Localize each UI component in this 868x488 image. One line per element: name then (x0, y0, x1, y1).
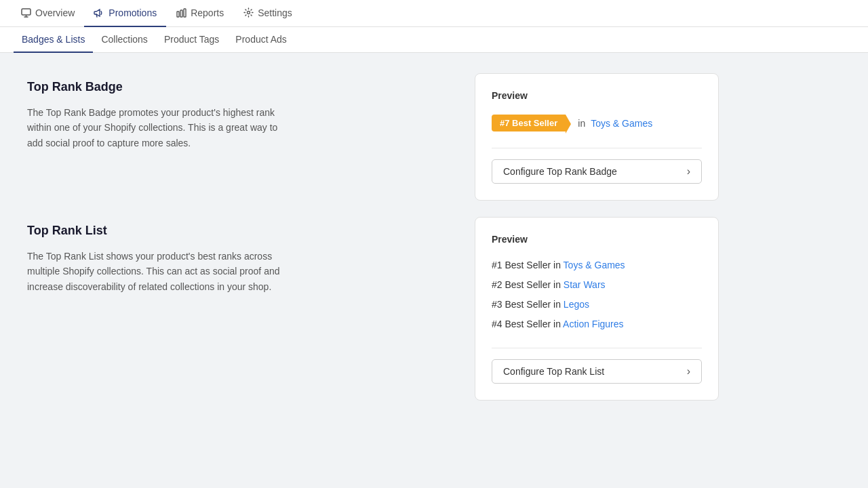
badge-section-row: Top Rank Badge The Top Rank Badge promot… (27, 73, 719, 201)
list-item: #4 Best Seller in Action Figures (492, 317, 702, 331)
list-link-3[interactable]: Legos (564, 299, 589, 310)
list-text: The Top Rank List shows your product's b… (27, 249, 285, 294)
nav-label-reports: Reports (191, 7, 224, 18)
svg-rect-0 (22, 9, 31, 15)
nav-item-reports[interactable]: Reports (166, 0, 233, 27)
sub-nav-label-badges-lists: Badges & Lists (22, 34, 85, 45)
configure-list-label: Configure Top Rank List (503, 366, 604, 377)
list-rank-4: #4 Best Seller in (492, 319, 563, 329)
badge-preview-label: Preview (492, 90, 702, 101)
svg-rect-6 (184, 9, 186, 17)
badge-tag: #7 Best Seller (492, 115, 566, 131)
list-title: Top Rank List (27, 224, 458, 238)
svg-point-7 (247, 12, 250, 14)
megaphone-icon (94, 7, 104, 18)
sub-nav-product-tags[interactable]: Product Tags (156, 27, 227, 53)
badge-description: Top Rank Badge The Top Rank Badge promot… (27, 73, 458, 157)
badge-text: The Top Rank Badge promotes your product… (27, 105, 285, 150)
list-preview-label: Preview (492, 234, 702, 245)
nav-item-settings[interactable]: Settings (233, 0, 302, 27)
svg-rect-5 (180, 10, 182, 17)
nav-item-promotions[interactable]: Promotions (84, 0, 166, 27)
nav-label-overview: Overview (35, 7, 75, 18)
badge-preview-area: #7 Best Seller in Toys & Games (492, 115, 702, 131)
list-description: Top Rank List The Top Rank List shows yo… (27, 217, 458, 301)
chevron-right-icon-2: › (687, 365, 690, 378)
list-rank-3: #3 Best Seller in (492, 299, 564, 310)
gear-icon (243, 7, 254, 18)
svg-rect-4 (177, 12, 179, 17)
badge-in-text: in (578, 118, 585, 129)
list-section-row: Top Rank List The Top Rank List shows yo… (27, 217, 719, 401)
sub-nav-collections[interactable]: Collections (93, 27, 155, 53)
top-navigation: Overview Promotions Reports (0, 0, 868, 27)
list-link-2[interactable]: Star Wars (564, 279, 606, 290)
monitor-icon (20, 7, 31, 18)
sub-nav-label-product-ads: Product Ads (235, 34, 287, 45)
nav-label-settings: Settings (258, 7, 292, 18)
sub-nav-badges-lists[interactable]: Badges & Lists (14, 27, 93, 53)
list-item: #3 Best Seller in Legos (492, 298, 702, 312)
bar-chart-icon (176, 7, 186, 18)
chevron-right-icon: › (687, 165, 690, 178)
svg-line-3 (96, 14, 97, 17)
nav-item-overview[interactable]: Overview (11, 0, 84, 27)
list-rank-1: #1 Best Seller in (492, 260, 564, 270)
list-preview-area: #1 Best Seller in Toys & Games #2 Best S… (492, 258, 702, 331)
list-link-4[interactable]: Action Figures (563, 319, 623, 329)
nav-label-promotions: Promotions (108, 7, 157, 18)
configure-badge-label: Configure Top Rank Badge (503, 166, 617, 177)
badge-collection-link[interactable]: Toys & Games (591, 118, 652, 129)
sub-nav-product-ads[interactable]: Product Ads (227, 27, 295, 53)
sub-nav-label-product-tags: Product Tags (164, 34, 219, 45)
configure-list-button[interactable]: Configure Top Rank List › (492, 359, 702, 384)
sub-navigation: Badges & Lists Collections Product Tags … (0, 27, 868, 53)
list-divider (492, 348, 702, 348)
list-item: #1 Best Seller in Toys & Games (492, 258, 702, 272)
list-link-1[interactable]: Toys & Games (564, 260, 625, 270)
badge-title: Top Rank Badge (27, 80, 458, 94)
list-preview-card: Preview #1 Best Seller in Toys & Games #… (475, 217, 719, 401)
list-rank-2: #2 Best Seller in (492, 279, 564, 290)
sub-nav-label-collections: Collections (101, 34, 147, 45)
list-item: #2 Best Seller in Star Wars (492, 278, 702, 292)
main-content: Top Rank Badge The Top Rank Badge promot… (0, 53, 746, 437)
badge-divider (492, 148, 702, 148)
configure-badge-button[interactable]: Configure Top Rank Badge › (492, 159, 702, 184)
badge-preview-card: Preview #7 Best Seller in Toys & Games C… (475, 73, 719, 201)
